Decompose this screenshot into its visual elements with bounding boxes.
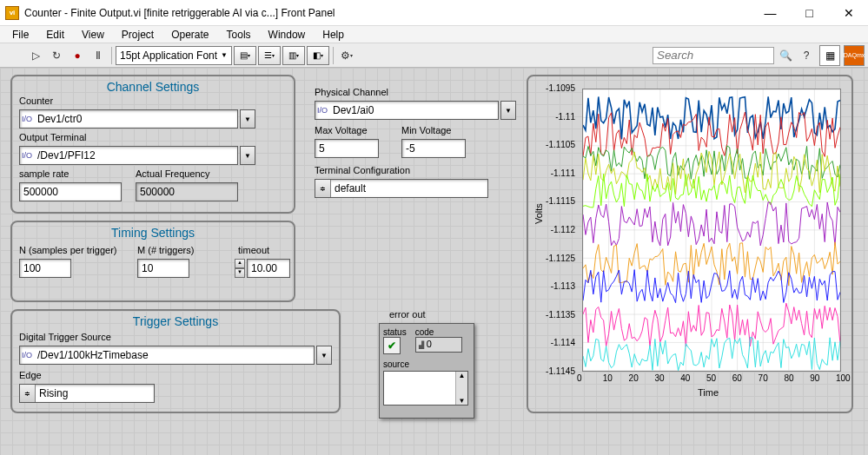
terminal-config-value: default (331, 182, 487, 195)
chevron-down-icon: ▼ (501, 102, 515, 119)
x-tick: 80 (784, 373, 793, 383)
settings-gear-button[interactable]: ⚙▾ (337, 46, 356, 65)
error-out-cluster: status ✔ code ▟ 0 source ▲ ▼ (379, 323, 474, 419)
error-source-field: ▲ ▼ (383, 371, 468, 406)
spinner-up-icon[interactable]: ▲ (235, 259, 245, 268)
actual-freq-label: Actual Frequency (136, 168, 210, 179)
run-continuous-button[interactable]: ↻ (47, 46, 66, 65)
error-code-field: ▟ 0 (415, 337, 462, 353)
menu-operate[interactable]: Operate (162, 27, 217, 43)
error-status-label: status (383, 327, 407, 337)
y-tick: -1.112 (551, 225, 575, 234)
timeout-stepper[interactable]: ▲ ▼ (235, 259, 245, 278)
counter-field[interactable]: I/O Dev1/ctr0 (19, 109, 238, 129)
edge-value: Rising (36, 387, 154, 399)
physical-channel-label: Physical Channel (315, 87, 388, 97)
toolbar: ▷ ↻ ● Ⅱ 15pt Application Font ▼ ▤▾ ☰▾ ▥▾… (0, 43, 868, 68)
m-triggers-field[interactable] (137, 259, 189, 278)
app-icon: vi (5, 6, 19, 20)
search-input[interactable] (653, 47, 774, 64)
io-icon: I/O (20, 115, 34, 123)
channel-settings-frame: Channel Settings Counter I/O Dev1/ctr0 ▼… (10, 75, 295, 214)
error-code-value: 0 (427, 339, 432, 349)
y-tick: -1.11 (555, 112, 575, 122)
trigger-settings-title: Trigger Settings (12, 311, 339, 328)
pause-button[interactable]: Ⅱ (89, 46, 108, 65)
x-tick: 30 (654, 373, 664, 383)
minimize-button[interactable]: — (751, 0, 790, 26)
distribute-button[interactable]: ☰▾ (258, 46, 281, 65)
physical-channel-value: Dev1/ai0 (329, 104, 498, 116)
menu-help[interactable]: Help (314, 27, 353, 43)
menu-view[interactable]: View (73, 27, 113, 43)
y-tick: -1.1115 (546, 196, 575, 206)
output-terminal-field[interactable]: I/O /Dev1/PFI12 (19, 146, 238, 165)
output-terminal-dropdown[interactable]: ▼ (240, 146, 255, 165)
timing-settings-title: Timing Settings (12, 222, 294, 240)
x-tick: 40 (680, 373, 690, 383)
menu-edit[interactable]: Edit (37, 27, 73, 43)
scroll-down-icon[interactable]: ▼ (456, 397, 467, 405)
digital-trigger-source-dropdown[interactable]: ▼ (316, 346, 332, 365)
help-icon[interactable]: ? (797, 46, 816, 65)
abort-button[interactable]: ● (68, 46, 87, 65)
title-bar: vi Counter - Finite Output.vi [finite re… (0, 0, 868, 26)
reorder-button[interactable]: ◧▾ (307, 46, 329, 65)
x-tick: 100 (836, 373, 851, 383)
channel-settings-title: Channel Settings (12, 76, 294, 94)
front-panel-client: Channel Settings Counter I/O Dev1/ctr0 ▼… (0, 68, 868, 455)
io-icon: I/O (20, 151, 34, 160)
stepper-icon[interactable]: ≑ (315, 180, 331, 197)
align-button[interactable]: ▤▾ (234, 46, 256, 65)
n-samples-label: N (samples per trigger) (19, 245, 116, 255)
n-samples-field[interactable] (19, 259, 71, 278)
timeout-field[interactable] (247, 259, 290, 278)
font-combo[interactable]: 15pt Application Font ▼ (116, 46, 232, 65)
stepper-icon[interactable]: ≑ (20, 385, 36, 402)
digital-trigger-source-field[interactable]: I/O /Dev1/100kHzTimebase (19, 346, 315, 365)
physical-channel-field[interactable]: I/O Dev1/ai0 (315, 101, 499, 120)
error-out-title: error out (389, 309, 426, 320)
y-axis-label: Volts (533, 203, 544, 224)
counter-value: Dev1/ctr0 (34, 113, 237, 125)
y-tick: -1.1125 (546, 254, 575, 263)
max-voltage-field[interactable] (315, 139, 379, 158)
x-axis-label: Time (698, 387, 719, 398)
x-tick: 90 (810, 373, 819, 383)
terminal-config-field[interactable]: ≑ default (315, 179, 488, 198)
x-tick: 0 (577, 373, 582, 383)
menu-tools[interactable]: Tools (218, 27, 260, 43)
palette-grid-icon[interactable]: ▦ (819, 45, 840, 66)
x-tick: 60 (732, 373, 742, 383)
y-tick: -1.1095 (546, 83, 575, 93)
spinner-down-icon[interactable]: ▼ (235, 268, 245, 278)
min-voltage-label: Min Voltage (401, 125, 451, 135)
edge-field[interactable]: ≑ Rising (19, 384, 155, 403)
daqmx-example-icon[interactable]: DAQmx (844, 45, 865, 66)
menu-window[interactable]: Window (260, 27, 315, 43)
sample-rate-field[interactable] (19, 182, 122, 201)
x-tick: 10 (603, 373, 613, 383)
menu-file[interactable]: File (3, 27, 37, 43)
physical-channel-dropdown[interactable]: ▼ (500, 101, 516, 120)
maximize-button[interactable]: □ (790, 0, 829, 26)
chevron-down-icon: ▼ (241, 110, 255, 128)
x-tick: 50 (706, 373, 716, 383)
resize-button[interactable]: ▥▾ (282, 46, 305, 65)
chevron-down-icon: ▼ (221, 51, 228, 59)
digital-trigger-source-label: Digital Trigger Source (19, 332, 111, 342)
y-tick: -1.111 (551, 168, 575, 178)
y-tick: -1.1135 (546, 310, 575, 320)
menu-project[interactable]: Project (113, 27, 162, 43)
waveform-graph[interactable] (582, 89, 841, 372)
counter-dropdown[interactable]: ▼ (240, 109, 255, 129)
search-icon[interactable]: 🔍 (776, 46, 795, 65)
timeout-label: timeout (238, 245, 269, 255)
run-button[interactable]: ▷ (26, 46, 45, 65)
menu-bar: File Edit View Project Operate Tools Win… (0, 26, 868, 43)
min-voltage-field[interactable] (401, 139, 466, 158)
timing-settings-frame: Timing Settings N (samples per trigger) … (10, 221, 295, 302)
close-button[interactable]: ✕ (829, 0, 868, 26)
scroll-up-icon[interactable]: ▲ (456, 372, 467, 379)
error-source-scrollbar[interactable]: ▲ ▼ (455, 372, 467, 405)
